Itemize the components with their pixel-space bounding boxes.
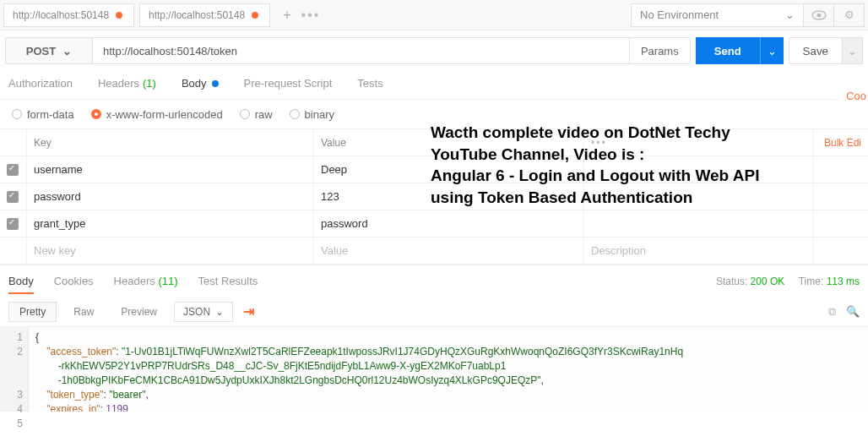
search-icon: 🔍 <box>846 305 860 318</box>
params-label: Params <box>641 45 679 57</box>
response-json: { "access_token": "1-Uv01B1jLTiWqFUWnzXw… <box>29 327 690 412</box>
save-button[interactable]: Save <box>789 37 843 64</box>
resp-headers-count: (11) <box>158 275 177 287</box>
chevron-down-icon: ⌄ <box>62 45 72 57</box>
resp-tab-tests[interactable]: Test Results <box>198 275 258 287</box>
bodytype-form-data[interactable]: form-data <box>12 108 74 121</box>
svg-point-1 <box>816 13 821 17</box>
url-input[interactable]: http://localhost:50148/token <box>93 37 630 64</box>
url-value: http://localhost:50148/token <box>103 45 237 57</box>
resp-tab-cookies[interactable]: Cookies <box>54 275 94 287</box>
chevron-down-icon: ⌄ <box>768 45 777 57</box>
table-row: password 123 <box>0 183 868 210</box>
tab-headers[interactable]: Headers (1) <box>98 77 156 90</box>
environment-settings-button[interactable]: ⚙ <box>834 3 865 27</box>
view-lang-select[interactable]: JSON ⌄ <box>174 302 233 322</box>
gear-icon: ⚙ <box>844 8 854 21</box>
body-populated-dot-icon <box>212 80 219 87</box>
chevron-down-icon: ⌄ <box>848 45 857 57</box>
response-body[interactable]: 12345 { "access_token": "1-Uv01B1jLTiWqF… <box>0 327 868 412</box>
wrap-lines-button[interactable]: ⇥ <box>243 303 254 319</box>
bodytype-urlencoded[interactable]: x-www-form-urlencoded <box>91 108 223 121</box>
unsaved-dot-icon <box>252 12 258 19</box>
search-button[interactable]: 🔍 <box>846 305 860 319</box>
tab-2[interactable]: http://localhost:50148 <box>139 3 270 27</box>
col-value: Value <box>314 129 584 156</box>
view-pretty[interactable]: Pretty <box>8 302 57 322</box>
tab-prerequest[interactable]: Pre-request Script <box>244 77 333 90</box>
view-raw[interactable]: Raw <box>63 303 104 321</box>
params-button[interactable]: Params <box>630 37 691 64</box>
resp-tab-headers[interactable]: Headers (11) <box>114 275 178 287</box>
new-tab-button[interactable]: + <box>275 3 299 27</box>
key-cell[interactable]: grant_type <box>27 210 314 237</box>
environment-label: No Environment <box>640 8 719 21</box>
tab-1[interactable]: http://localhost:50148 <box>3 3 134 27</box>
key-cell[interactable]: username <box>27 156 314 183</box>
environment-select[interactable]: No Environment ⌄ <box>631 3 804 27</box>
radio-icon <box>12 109 22 119</box>
send-button[interactable]: Send <box>696 37 760 64</box>
view-preview[interactable]: Preview <box>111 303 167 321</box>
tab-1-title: http://localhost:50148 <box>13 9 109 21</box>
new-desc-input[interactable]: Description <box>584 237 814 264</box>
tab-tests[interactable]: Tests <box>357 77 382 90</box>
send-dropdown[interactable]: ⌄ <box>760 37 784 64</box>
method-label: POST <box>26 45 56 57</box>
environment-eye-button[interactable] <box>804 3 834 27</box>
checkbox-on-icon[interactable] <box>7 164 19 176</box>
table-row-new[interactable]: New key Value Description <box>0 237 868 265</box>
new-key-input[interactable]: New key <box>27 237 314 264</box>
eye-icon <box>811 10 827 20</box>
value-cell[interactable]: Deep <box>314 156 584 183</box>
time-value: 113 ms <box>827 276 860 287</box>
checkbox-on-icon[interactable] <box>7 191 19 203</box>
bulk-edit-link[interactable]: Bulk Edi <box>814 129 868 156</box>
value-cell[interactable]: 123 <box>314 183 584 210</box>
tab-overflow-button[interactable]: ••• <box>299 3 323 27</box>
new-value-input[interactable]: Value <box>314 237 584 264</box>
status-value: 200 OK <box>751 276 785 287</box>
key-cell[interactable]: password <box>27 183 314 210</box>
wrap-icon: ⇥ <box>243 304 254 319</box>
headers-count: (1) <box>143 77 156 90</box>
resp-tab-body[interactable]: Body <box>8 275 34 294</box>
send-label: Send <box>714 45 741 57</box>
save-dropdown[interactable]: ⌄ <box>843 37 863 64</box>
tab-authorization[interactable]: Authorization <box>8 77 73 90</box>
copy-button[interactable]: ⧉ <box>828 305 836 319</box>
cookies-link[interactable]: Coo <box>839 83 868 109</box>
value-cell[interactable]: password <box>314 210 584 237</box>
chevron-down-icon: ⌄ <box>215 306 224 318</box>
col-key: Key <box>27 129 314 156</box>
copy-icon: ⧉ <box>828 305 836 318</box>
radio-icon <box>290 109 300 119</box>
bodytype-raw[interactable]: raw <box>240 108 273 121</box>
table-row: username Deep <box>0 156 868 183</box>
resp-status: Status: 200 OK Time: 113 ms <box>716 276 860 287</box>
checkbox-on-icon[interactable] <box>7 218 19 230</box>
radio-icon <box>240 109 250 119</box>
unsaved-dot-icon <box>116 12 122 19</box>
line-gutter: 12345 <box>0 327 29 412</box>
save-label: Save <box>803 45 828 57</box>
table-row: grant_type password <box>0 210 868 237</box>
tab-2-title: http://localhost:50148 <box>149 9 245 21</box>
bodytype-binary[interactable]: binary <box>290 108 334 121</box>
chevron-down-icon: ⌄ <box>785 8 795 21</box>
more-icon[interactable]: ••• <box>591 137 607 149</box>
tab-body[interactable]: Body <box>182 77 219 90</box>
radio-on-icon <box>91 109 101 119</box>
method-select[interactable]: POST ⌄ <box>5 37 93 64</box>
